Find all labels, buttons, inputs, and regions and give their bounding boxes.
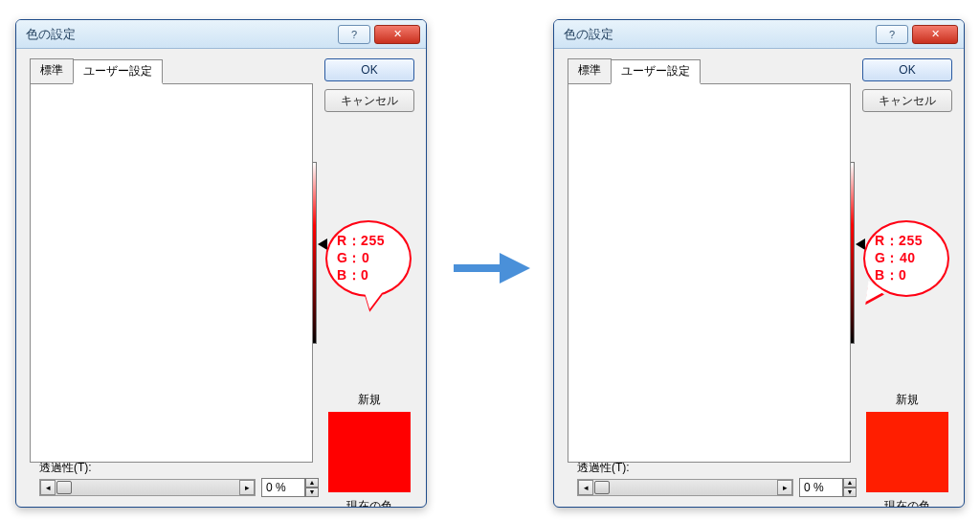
slider-thumb[interactable]: [594, 481, 610, 494]
spin-up-button[interactable]: ▲: [843, 478, 857, 488]
transparency-area: 透過性(T): ◂ ▸ ▲▼: [577, 460, 857, 497]
window-title: 色の設定: [26, 26, 334, 43]
tab-custom[interactable]: ユーザー設定: [73, 59, 163, 84]
callout-tail-icon: [360, 288, 382, 310]
preview-block: 新規 現在の色: [324, 392, 414, 508]
new-color-label: 新規: [324, 392, 414, 408]
cancel-button[interactable]: キャンセル: [862, 89, 952, 112]
rgb-callout-left: R：255 G：0 B：0: [325, 220, 412, 297]
arrow-right-icon: [454, 239, 530, 297]
transparency-input[interactable]: [799, 478, 843, 497]
close-button[interactable]: ✕: [912, 25, 958, 44]
close-icon: ✕: [931, 28, 940, 40]
color-swatch: [866, 412, 948, 492]
help-button[interactable]: ?: [338, 25, 370, 44]
titlebar[interactable]: 色の設定 ? ✕: [554, 20, 964, 49]
slider-left-button[interactable]: ◂: [40, 480, 56, 495]
help-icon: ?: [351, 29, 357, 40]
transparency-input[interactable]: [261, 478, 305, 497]
stage: 色の設定 ? ✕ 標準 ユーザー設定 OK キャンセル 色(C):: [0, 0, 980, 522]
tabs: 標準 ユーザー設定: [568, 58, 952, 83]
close-icon: ✕: [393, 28, 402, 40]
tab-standard[interactable]: 標準: [568, 58, 612, 83]
new-color-label: 新規: [862, 392, 952, 408]
tabs: 標準 ユーザー設定: [30, 58, 414, 83]
transparency-slider[interactable]: ◂ ▸: [577, 479, 793, 496]
titlebar[interactable]: 色の設定 ? ✕: [16, 20, 426, 49]
tab-custom[interactable]: ユーザー設定: [611, 59, 701, 84]
close-button[interactable]: ✕: [374, 25, 420, 44]
spin-down-button[interactable]: ▼: [305, 488, 319, 497]
spin-up-button[interactable]: ▲: [305, 478, 319, 488]
transparency-area: 透過性(T): ◂ ▸ ▲▼: [39, 460, 319, 497]
tab-panel-custom: [568, 83, 851, 463]
tab-panel-custom: [30, 83, 313, 463]
slider-thumb[interactable]: [56, 481, 72, 494]
help-icon: ?: [889, 29, 895, 40]
window-title: 色の設定: [564, 26, 872, 43]
slider-right-button[interactable]: ▸: [239, 480, 255, 495]
color-swatch: [328, 412, 411, 492]
slider-left-button[interactable]: ◂: [578, 480, 593, 495]
cancel-button[interactable]: キャンセル: [324, 89, 414, 112]
tab-standard[interactable]: 標準: [30, 58, 74, 83]
current-color-label: 現在の色: [862, 498, 952, 508]
slider-right-button[interactable]: ▸: [777, 480, 792, 495]
help-button[interactable]: ?: [876, 25, 908, 44]
current-color-label: 現在の色: [324, 498, 414, 508]
spin-down-button[interactable]: ▼: [843, 488, 857, 497]
preview-block: 新規 現在の色: [862, 392, 952, 508]
transparency-slider[interactable]: ◂ ▸: [39, 479, 256, 496]
